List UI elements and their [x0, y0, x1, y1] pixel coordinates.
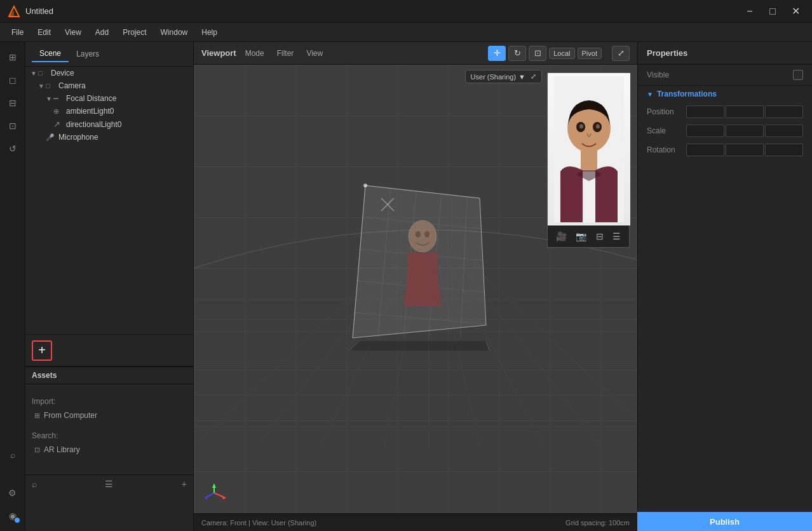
scene-icon[interactable]: ◻: [3, 70, 23, 90]
maximize-button[interactable]: □: [764, 3, 782, 20]
app-icon: [8, 5, 20, 18]
notification-icon[interactable]: ◉: [3, 506, 23, 526]
menu-view[interactable]: View: [58, 25, 88, 39]
scale-y-input[interactable]: [726, 124, 764, 137]
add-item-area: +: [25, 334, 193, 366]
menubar: File Edit View Add Project Window Help: [0, 23, 812, 42]
sharing-expand-icon[interactable]: ⤢: [531, 72, 536, 81]
main-layout: ⊞ ◻ ⊟ ⊡ ↺ ⌕ ⚙ ◉ Scene Layers ▼ □ Device: [0, 42, 812, 531]
tree-label-device: Device: [51, 69, 74, 77]
visible-checkbox[interactable]: [793, 70, 803, 80]
viewport-title: Viewport: [201, 48, 236, 58]
svg-point-30: [424, 231, 430, 238]
assets-menu-button[interactable]: ☰: [105, 479, 113, 489]
tab-scene[interactable]: Scene: [32, 46, 69, 62]
assets-add-button[interactable]: +: [182, 479, 187, 489]
local-toggle[interactable]: Local: [549, 48, 574, 59]
tree-item-microphone[interactable]: 🎤 Microphone: [25, 131, 193, 144]
mode-menu[interactable]: Mode: [241, 48, 268, 59]
scale-z-input[interactable]: [765, 124, 803, 137]
scale-label: Scale: [647, 126, 686, 135]
patch-editor-icon[interactable]: ⊡: [3, 116, 23, 136]
tree-label-directional: directionalLight0: [66, 120, 121, 129]
from-computer-link[interactable]: ⊞ From Computer: [32, 410, 187, 421]
transformations-arrow-icon: ▼: [647, 91, 653, 98]
menu-edit[interactable]: Edit: [31, 25, 57, 39]
transformations-section-header[interactable]: ▼ Transformations: [638, 86, 812, 102]
library-icon: ⊡: [34, 446, 40, 454]
svg-marker-49: [205, 495, 208, 500]
viewport-statusbar: Camera: Front | View: User (Sharing) Gri…: [194, 513, 637, 531]
tab-layers[interactable]: Layers: [69, 46, 107, 62]
sharing-dropdown-icon: ▼: [518, 73, 525, 81]
ambient-light-icon: ⊕: [53, 107, 64, 116]
camera-mode-icon[interactable]: 🎥: [556, 231, 567, 241]
position-y-input[interactable]: [726, 105, 764, 118]
viewport: Viewport Mode Filter View ✛ ↻ ⊡ Local Pi…: [194, 42, 637, 531]
person-preview-svg: [554, 76, 624, 222]
save-frame-icon[interactable]: ⊟: [596, 231, 604, 241]
inspector-icon[interactable]: ⊟: [3, 93, 23, 113]
tree-item-device[interactable]: ▼ □ Device: [25, 67, 193, 79]
tree-item-ambient[interactable]: ⊕ ambientLight0: [25, 105, 193, 118]
menu-window[interactable]: Window: [154, 25, 194, 39]
pivot-toggle[interactable]: Pivot: [578, 48, 602, 59]
menu-add[interactable]: Add: [89, 25, 115, 39]
titlebar: Untitled − □ ✕: [0, 0, 812, 23]
assets-content: Import: ⊞ From Computer Search: ⊡ AR Lib…: [25, 384, 193, 468]
tree-item-directional[interactable]: ↗ directionalLight0: [25, 118, 193, 131]
menu-file[interactable]: File: [5, 25, 30, 39]
axes-widget: [201, 480, 227, 506]
svg-point-42: [579, 124, 583, 129]
user-sharing-label: User (Sharing): [471, 73, 517, 81]
visible-label: Visible: [647, 71, 793, 79]
tree-label-focal: Focal Distance: [66, 94, 116, 103]
grid-spacing: Grid spacing: 100cm: [565, 519, 630, 527]
minimize-button[interactable]: −: [741, 3, 759, 20]
menu-help[interactable]: Help: [195, 25, 224, 39]
capture-icon[interactable]: 📷: [576, 231, 586, 241]
position-x-input[interactable]: [686, 105, 724, 118]
rotation-z-input[interactable]: [765, 144, 803, 156]
assets-bottom-bar: ⌕ ☰ +: [25, 474, 193, 493]
view-menu[interactable]: View: [302, 48, 327, 59]
user-sharing-button[interactable]: User (Sharing) ▼ ⤢: [465, 70, 542, 83]
camera-preview-toolbar: 🎥 📷 ⊟ ☰: [548, 225, 629, 247]
rotation-y-input[interactable]: [726, 144, 764, 156]
right-panel: Properties Visible ▼ Transformations Pos…: [637, 42, 812, 531]
svg-marker-34: [349, 341, 489, 351]
viewport-expand-button[interactable]: ⤢: [612, 46, 630, 61]
camera-options-icon[interactable]: ☰: [612, 231, 621, 241]
svg-point-29: [416, 231, 421, 238]
viewport-canvas[interactable]: 🎥 📷 ⊟ ☰ User (Sharing) ▼ ⤢: [194, 65, 637, 513]
layers-icon[interactable]: ⊞: [3, 47, 23, 67]
tree-arrow-focal: ▼: [46, 95, 53, 102]
svg-marker-48: [212, 484, 216, 488]
publish-button[interactable]: Publish: [637, 512, 812, 531]
assets-search-button[interactable]: ⌕: [32, 479, 37, 489]
rotate-tool-button[interactable]: ↻: [508, 46, 526, 61]
ar-library-link[interactable]: ⊡ AR Library: [32, 444, 187, 455]
tree-item-focal[interactable]: ▼ ━━ Focal Distance: [25, 92, 193, 105]
scale-x-input[interactable]: [686, 124, 724, 137]
position-inputs: [686, 105, 803, 118]
svg-point-28: [409, 220, 436, 252]
filter-menu[interactable]: Filter: [273, 48, 298, 59]
move-tool-button[interactable]: ✛: [488, 46, 506, 61]
search-label: Search:: [32, 431, 187, 440]
position-label: Position: [647, 107, 686, 116]
from-computer-label: From Computer: [44, 411, 97, 420]
tree-item-camera[interactable]: ▼ □ Camera: [25, 79, 193, 92]
scale-property: Scale: [638, 121, 812, 140]
settings-icon[interactable]: ⚙: [3, 483, 23, 503]
close-button[interactable]: ✕: [787, 3, 804, 20]
svg-point-31: [363, 184, 367, 187]
scale-tool-button[interactable]: ⊡: [529, 46, 546, 61]
rotation-x-input[interactable]: [686, 144, 724, 156]
search-icon[interactable]: ⌕: [3, 445, 23, 465]
menu-project[interactable]: Project: [116, 25, 152, 39]
position-z-input[interactable]: [765, 105, 803, 118]
refresh-icon[interactable]: ↺: [3, 138, 23, 159]
viewport-header: Viewport Mode Filter View ✛ ↻ ⊡ Local Pi…: [194, 42, 637, 65]
add-scene-button[interactable]: +: [32, 340, 52, 361]
